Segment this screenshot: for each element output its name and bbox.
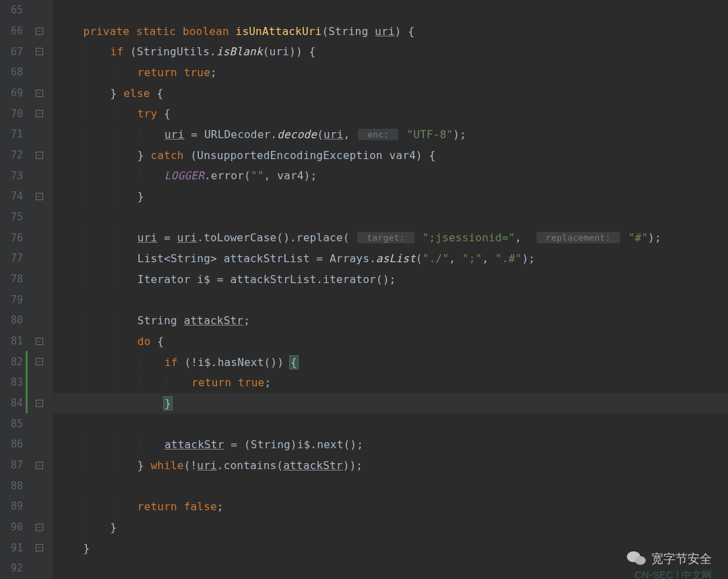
code-token: else xyxy=(123,87,150,100)
fold-collapse-icon[interactable]: − xyxy=(36,48,43,55)
fold-region[interactable] xyxy=(26,269,53,290)
code-token: , xyxy=(482,252,495,265)
fold-collapse-icon[interactable]: − xyxy=(36,462,43,469)
code-token: attackStr xyxy=(164,438,224,451)
code-line[interactable]: │ │ } xyxy=(53,186,728,207)
code-line[interactable]: │ │ } while(!uri.contains(attackStr)); xyxy=(53,455,728,476)
fold-region[interactable] xyxy=(26,558,53,579)
gutter-row: 83 xyxy=(0,372,53,393)
code-token: try xyxy=(138,107,158,120)
fold-region[interactable]: − xyxy=(26,393,53,414)
fold-region[interactable] xyxy=(26,0,53,21)
code-token: attackStr xyxy=(184,314,244,327)
fold-region[interactable] xyxy=(26,310,53,331)
line-number: 76 xyxy=(0,232,26,244)
code-line[interactable]: │ │ return false; xyxy=(53,497,728,518)
fold-region[interactable]: − xyxy=(26,517,53,538)
fold-region[interactable] xyxy=(26,227,53,248)
fold-collapse-icon[interactable]: − xyxy=(36,400,43,407)
fold-region[interactable] xyxy=(26,434,53,455)
line-number: 88 xyxy=(0,480,26,492)
code-token: (String xyxy=(322,25,375,38)
gutter-row: 88 xyxy=(0,475,53,496)
fold-region[interactable]: − xyxy=(26,21,53,42)
code-line[interactable] xyxy=(53,414,728,435)
wechat-icon xyxy=(627,551,646,567)
fold-collapse-icon[interactable]: − xyxy=(36,358,43,365)
fold-region[interactable]: − xyxy=(26,41,53,62)
fold-collapse-icon[interactable]: − xyxy=(36,28,43,35)
fold-region[interactable] xyxy=(26,496,53,517)
line-number: 86 xyxy=(0,438,26,450)
code-token: = xyxy=(157,231,177,244)
line-number: 79 xyxy=(0,294,26,306)
code-line[interactable]: private static boolean isUnAttackUri(Str… xyxy=(53,21,728,42)
code-line[interactable]: │ if (StringUtils.isBlank(uri)) { xyxy=(53,41,728,62)
fold-region[interactable] xyxy=(26,475,53,496)
fold-region[interactable] xyxy=(26,165,53,186)
watermark-subtext: CN-SEC | 中文网 xyxy=(634,569,712,579)
code-line[interactable]: │ │ Iterator i$ = attackStrList.iterator… xyxy=(53,269,728,290)
fold-region[interactable] xyxy=(26,62,53,83)
code-line[interactable] xyxy=(53,207,728,228)
code-line[interactable]: │ │ │ if (!i$.hasNext()) { xyxy=(53,352,728,373)
code-line[interactable] xyxy=(53,0,728,21)
code-line[interactable]: │ │ │ LOGGER.error("", var4); xyxy=(53,166,728,187)
code-editor[interactable]: 6566−67−6869−70−7172−7374−75767778798081… xyxy=(0,0,728,579)
code-token: │ xyxy=(57,45,111,58)
fold-region[interactable]: − xyxy=(26,537,53,558)
fold-region[interactable] xyxy=(26,289,53,310)
fold-collapse-icon[interactable]: − xyxy=(36,152,43,159)
code-line[interactable]: │ │ │ } xyxy=(53,393,728,414)
fold-region[interactable] xyxy=(26,248,53,269)
code-line[interactable]: │ │ return true; xyxy=(53,62,728,83)
code-line[interactable]: │ } else { xyxy=(53,83,728,104)
code-token: │ │ xyxy=(57,500,138,513)
gutter-row: 75 xyxy=(0,207,53,228)
code-line[interactable] xyxy=(53,476,728,497)
fold-collapse-icon[interactable]: − xyxy=(36,193,43,200)
code-token: { xyxy=(150,335,164,348)
code-line[interactable]: │ } xyxy=(53,517,728,538)
fold-collapse-icon[interactable]: − xyxy=(36,90,43,97)
fold-region[interactable] xyxy=(26,413,53,434)
code-line[interactable]: │ │ │ │ return true; xyxy=(53,372,728,393)
fold-region[interactable] xyxy=(26,207,53,228)
fold-collapse-icon[interactable]: − xyxy=(36,338,43,345)
fold-region[interactable]: − xyxy=(26,455,53,476)
fold-region[interactable]: − xyxy=(26,351,53,372)
code-line[interactable]: │ │ │ uri = URLDecoder.decode(uri, enc: … xyxy=(53,124,728,145)
code-line[interactable]: │ │ do { xyxy=(53,331,728,352)
code-token xyxy=(57,25,83,38)
code-token: return true xyxy=(191,376,264,389)
code-area[interactable]: private static boolean isUnAttackUri(Str… xyxy=(53,0,728,579)
code-line[interactable]: │ │ uri = uri.toLowerCase().replace( tar… xyxy=(53,228,728,249)
fold-region[interactable] xyxy=(26,124,53,145)
line-number: 92 xyxy=(0,562,26,574)
line-number: 74 xyxy=(0,190,26,202)
fold-region[interactable]: − xyxy=(26,103,53,124)
fold-collapse-icon[interactable]: − xyxy=(36,524,43,531)
code-line[interactable]: │ │ String attackStr; xyxy=(53,310,728,331)
code-line[interactable]: │ │ try { xyxy=(53,103,728,124)
fold-region[interactable]: − xyxy=(26,186,53,207)
code-line[interactable]: │ │ │ attackStr = (String)i$.next(); xyxy=(53,434,728,455)
code-token: │ } xyxy=(57,87,123,100)
parameter-hint: replacement: xyxy=(537,232,620,243)
code-line[interactable]: │ │ } catch (UnsupportedEncodingExceptio… xyxy=(53,145,728,166)
fold-region[interactable]: − xyxy=(26,83,53,104)
line-number: 70 xyxy=(0,108,26,120)
gutter-row: 85 xyxy=(0,413,53,434)
gutter: 6566−67−6869−70−7172−7374−75767778798081… xyxy=(0,0,53,579)
gutter-row: 80 xyxy=(0,310,53,331)
fold-collapse-icon[interactable]: − xyxy=(36,110,43,117)
fold-region[interactable]: − xyxy=(26,145,53,166)
code-token: │ │ │ xyxy=(57,169,164,182)
fold-region[interactable]: − xyxy=(26,331,53,352)
line-number: 72 xyxy=(0,149,26,161)
fold-region[interactable] xyxy=(26,372,53,393)
fold-collapse-icon[interactable]: − xyxy=(36,544,43,551)
code-line[interactable]: │ │ List<String> attackStrList = Arrays.… xyxy=(53,248,728,269)
code-line[interactable] xyxy=(53,290,728,311)
code-token: │ │ xyxy=(57,66,138,79)
